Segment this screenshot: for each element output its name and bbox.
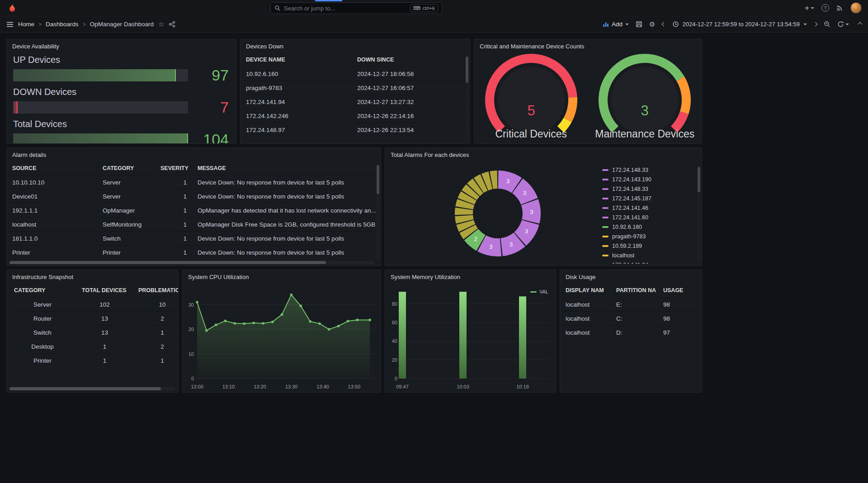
column-header[interactable]: PARTITION NA	[611, 284, 658, 298]
new-button[interactable]: +	[805, 4, 814, 12]
scrollbar-thumb[interactable]	[9, 261, 326, 264]
table-cell: Device Down: No response from device for…	[192, 189, 381, 204]
column-header[interactable]: DISPLAY NAM	[560, 284, 611, 298]
scrollbar-thumb[interactable]	[466, 57, 468, 83]
column-header[interactable]: TOTAL DEVICES	[76, 284, 133, 298]
svg-text:0: 0	[395, 376, 397, 381]
column-header[interactable]: DOWN SINCE	[352, 53, 470, 67]
menu-toggle-button[interactable]	[6, 21, 14, 28]
column-header[interactable]: CATEGORY	[97, 161, 155, 175]
column-header[interactable]: SOURCE	[7, 161, 97, 175]
scrollbar-thumb[interactable]	[698, 167, 700, 192]
table-cell: 1	[155, 246, 192, 260]
chart-legend: 172.24.148.33172.24.143.190172.24.148.33…	[602, 165, 692, 264]
table-cell: Switch	[9, 326, 76, 340]
panel-title[interactable]: Critical and Maintenance Device Counts	[474, 39, 702, 53]
bar-gauge-label: DOWN Devices	[13, 87, 229, 97]
user-avatar[interactable]	[850, 2, 862, 14]
search-bar[interactable]: ⌨ ctrl+k	[270, 2, 442, 14]
legend-item[interactable]: 172.24.145.187	[602, 194, 692, 203]
legend-marker	[602, 255, 609, 256]
save-dashboard-button[interactable]	[636, 21, 642, 28]
grafana-logo[interactable]	[6, 2, 18, 14]
legend-item[interactable]: 172.24.141.46	[602, 203, 692, 213]
panel-title[interactable]: Device Availability	[7, 39, 236, 53]
panel-title[interactable]: Infrastructure Snapshot	[7, 270, 178, 284]
time-shift-forward-button[interactable]	[814, 23, 817, 26]
legend-label: 172.24.145.187	[612, 195, 651, 202]
legend-item[interactable]: 172.24.141.60	[602, 213, 692, 222]
alarm-details-table: SOURCECATEGORYSEVERITYMESSAGE10.10.10.10…	[7, 161, 381, 259]
help-button[interactable]: ?	[821, 4, 829, 12]
zoom-out-time-button[interactable]	[824, 21, 830, 28]
dashboard-settings-button[interactable]: ⚙	[649, 20, 655, 28]
news-button[interactable]	[836, 5, 843, 11]
table-cell: Router	[9, 312, 76, 326]
panel-title[interactable]: Alarm details	[7, 148, 381, 161]
column-header[interactable]: CATEGORY	[9, 284, 76, 298]
legend-item[interactable]: 172.24.148.33	[602, 184, 692, 194]
refresh-icon	[837, 21, 844, 28]
legend-marker	[602, 179, 609, 180]
table-cell: Desktop	[9, 340, 76, 354]
panel-title[interactable]: Total Alarms For each devices	[385, 148, 702, 161]
favorite-button[interactable]: ☆	[158, 20, 164, 28]
search-input[interactable]	[284, 5, 407, 12]
refresh-button[interactable]	[837, 21, 849, 28]
legend-marker	[602, 188, 609, 190]
table-row: localhostD:97	[560, 326, 702, 340]
panel-title[interactable]: Disk Usage	[560, 270, 702, 284]
table-cell: 1	[155, 175, 192, 189]
breadcrumb-dashboards[interactable]: Dashboards	[46, 21, 79, 28]
panel-title[interactable]: System CPU Utilization	[183, 270, 381, 284]
table-cell: OpManager has detected that it has lost …	[192, 204, 381, 218]
column-header[interactable]: USAGE	[658, 284, 702, 298]
legend-item[interactable]: 172.24.143.190	[602, 175, 692, 184]
legend-item[interactable]: localhost	[602, 251, 692, 260]
svg-text:3: 3	[641, 103, 649, 118]
bar-gauge-label: UP Devices	[13, 55, 229, 65]
bar-gauge-label: Total Devices	[13, 119, 229, 129]
panel-total-alarms: Total Alarms For each devices 3333332 17…	[385, 147, 702, 266]
svg-text:13:50: 13:50	[348, 384, 361, 389]
table-row: 172.24.141.942024-12-27 13:27:32	[241, 95, 470, 109]
panel-title[interactable]: Devices Down	[241, 39, 470, 53]
table-cell: Device Down: No response from device for…	[192, 232, 381, 246]
panel-alarm-details: Alarm details SOURCECATEGORYSEVERITYMESS…	[6, 147, 381, 266]
legend-item[interactable]: 10.59.2.189	[602, 241, 692, 251]
time-shift-back-button[interactable]	[662, 23, 665, 26]
bar-gauge-fill	[13, 133, 188, 144]
time-range-picker[interactable]: 2024-12-27 12:59:59 to 2024-12-27 13:54:…	[672, 21, 807, 28]
legend-marker	[602, 226, 609, 228]
legend-item[interactable]: pragath-9783	[602, 232, 692, 241]
legend-item[interactable]: 172.24.148.33	[602, 165, 692, 175]
legend-label: 172.24.141.94	[612, 262, 648, 264]
table-cell: 10	[133, 298, 178, 312]
scrollbar-thumb[interactable]	[9, 387, 161, 390]
table-cell: localhost	[560, 298, 611, 312]
table-cell: pragath-9783	[241, 81, 352, 95]
search-shortcut: ⌨ ctrl+k	[410, 4, 438, 12]
collapse-toolbar-button[interactable]	[859, 23, 862, 26]
panel-title[interactable]: System Memory Utilization	[385, 270, 556, 284]
column-header[interactable]: DEVICE NAME	[241, 53, 352, 67]
column-header[interactable]: PROBLEMATIC	[133, 284, 178, 298]
svg-text:40: 40	[392, 338, 397, 344]
svg-text:13:30: 13:30	[285, 384, 298, 389]
add-panel-button[interactable]: Add	[603, 21, 629, 28]
column-header[interactable]: SEVERITY	[155, 161, 192, 175]
breadcrumb-home[interactable]: Home	[18, 21, 34, 28]
legend-item[interactable]: 172.24.141.94	[602, 260, 692, 264]
legend-item[interactable]: 10.92.6.160	[602, 222, 692, 232]
scrollbar-thumb[interactable]	[377, 165, 379, 194]
table-cell: D:	[611, 326, 658, 340]
column-header[interactable]: MESSAGE	[192, 161, 381, 175]
bar-gauge-track	[13, 133, 188, 144]
table-cell: 1	[76, 354, 133, 368]
table-cell: 181.1.1.0	[7, 232, 97, 246]
table-cell: localhost	[7, 218, 97, 232]
table-row: localhostSelfMonitoring1OpManager Disk F…	[7, 218, 381, 232]
table-cell: 102	[76, 298, 133, 312]
share-button[interactable]	[169, 21, 175, 28]
flame-icon	[7, 3, 18, 14]
